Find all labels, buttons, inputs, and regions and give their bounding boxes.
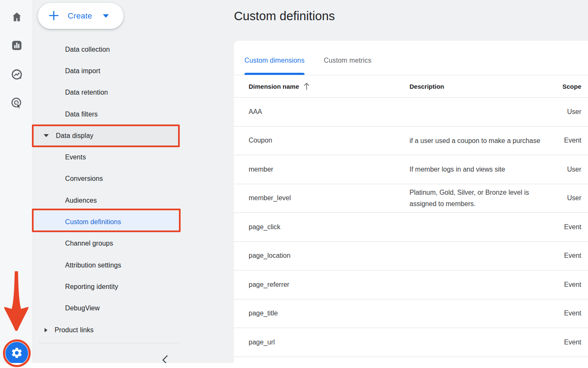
explore-icon[interactable] — [11, 69, 23, 80]
scope-cell: Event — [544, 281, 588, 289]
sidebar-item-label: Channel groups — [65, 240, 113, 247]
chevron-down-icon — [103, 14, 109, 18]
sidebar-item-data-collection[interactable]: Data collection — [34, 39, 180, 60]
chevron-right-icon — [45, 328, 47, 332]
home-icon[interactable] — [11, 11, 23, 23]
dimension-name-cell: page_click — [234, 223, 410, 231]
sidebar-item-label: Data display — [56, 132, 93, 140]
sidebar-item-label: Events — [65, 154, 86, 161]
description-cell: if a user used a coupon to make a purcha… — [410, 135, 544, 146]
sidebar-item-label: Conversions — [65, 175, 103, 183]
scope-cell: Event — [544, 137, 588, 144]
dimension-name-cell: page_location — [234, 252, 410, 259]
table-row[interactable]: page_clickEvent — [234, 213, 588, 242]
scope-cell: Event — [544, 223, 588, 231]
scope-cell: Event — [544, 252, 588, 259]
tab-custom-dimensions[interactable]: Custom dimensions — [244, 41, 304, 75]
tab-label: Custom metrics — [324, 57, 371, 64]
content-card: Custom dimensions Custom metrics Dimensi… — [234, 41, 588, 368]
sidebar-item-data-retention[interactable]: Data retention — [34, 82, 180, 103]
scope-cell: Event — [544, 339, 588, 346]
sidebar-nav: Data collectionData importData retention… — [34, 39, 180, 341]
chevron-down-icon — [44, 134, 49, 137]
sidebar-item-debugview[interactable]: DebugView — [34, 298, 180, 319]
sidebar-item-label: Custom definitions — [65, 218, 121, 226]
sidebar-item-label: Audiences — [65, 197, 97, 204]
column-scope[interactable]: Scope — [544, 83, 588, 90]
sidebar-item-data-display[interactable]: Data display — [34, 125, 180, 146]
sidebar-item-label: Product links — [55, 326, 94, 334]
sidebar-item-audiences[interactable]: Audiences — [34, 190, 180, 211]
table-row[interactable]: AAAUser — [234, 98, 588, 127]
sidebar-divider — [39, 343, 180, 343]
column-dimension-name[interactable]: Dimension name — [249, 83, 299, 90]
active-tab-underline — [244, 73, 304, 75]
plus-icon — [48, 10, 59, 22]
sidebar-item-product-links[interactable]: Product links — [34, 319, 180, 341]
sidebar-item-label: DebugView — [65, 304, 100, 312]
tab-label: Custom dimensions — [244, 57, 304, 64]
sidebar-item-custom-definitions[interactable]: Custom definitions — [34, 211, 180, 233]
table-row[interactable]: page_locationEvent — [234, 242, 588, 271]
settings-gear-icon — [10, 347, 23, 360]
table-header: Dimension name Description Scope — [234, 75, 588, 98]
table-body: AAAUserCouponif a user used a coupon to … — [234, 98, 588, 357]
sidebar-item-label: Data import — [65, 67, 100, 75]
sidebar-item-attribution-settings[interactable]: Attribution settings — [34, 254, 180, 276]
table-row[interactable]: page_titleEvent — [234, 299, 588, 328]
scope-cell: User — [544, 166, 588, 173]
admin-settings-button[interactable] — [5, 342, 28, 365]
scope-cell: Event — [544, 310, 588, 317]
table-row[interactable]: member_levelPlatinum, Gold, Silver, or B… — [234, 184, 588, 213]
sidebar-item-events[interactable]: Events — [34, 146, 180, 168]
dimension-name-cell: member_level — [234, 194, 410, 202]
sidebar-item-data-import[interactable]: Data import — [34, 60, 180, 82]
dimension-name-cell: member — [234, 166, 410, 173]
dimension-name-cell: page_url — [234, 339, 410, 346]
sidebar-item-conversions[interactable]: Conversions — [34, 168, 180, 190]
bottom-strip — [0, 363, 234, 368]
table-row[interactable]: page_referrerEvent — [234, 270, 588, 299]
sidebar-item-label: Data filters — [65, 111, 98, 118]
column-description[interactable]: Description — [410, 83, 544, 90]
dimension-name-cell: Coupon — [234, 137, 410, 144]
description-cell: If member logs in and views site — [410, 164, 544, 175]
scope-cell: User — [544, 194, 588, 202]
dimension-name-cell: page_referrer — [234, 281, 410, 289]
scope-cell: User — [544, 108, 588, 116]
rail-divider — [33, 0, 33, 363]
app-window: Create Data collectionData importData re… — [0, 0, 588, 368]
left-icon-rail — [0, 0, 33, 363]
reports-icon[interactable] — [11, 40, 23, 51]
sidebar-item-data-filters[interactable]: Data filters — [34, 103, 180, 125]
sidebar-item-reporting-identity[interactable]: Reporting identity — [34, 276, 180, 297]
dimension-name-cell: page_title — [234, 310, 410, 317]
create-button-label: Create — [68, 11, 92, 21]
dimension-name-cell: AAA — [234, 108, 410, 116]
advertising-icon[interactable] — [11, 97, 23, 109]
table-row[interactable]: Couponif a user used a coupon to make a … — [234, 127, 588, 156]
sort-ascending-icon[interactable] — [303, 82, 310, 90]
table-row[interactable]: memberIf member logs in and views siteUs… — [234, 155, 588, 184]
table-row[interactable]: page_urlEvent — [234, 328, 588, 357]
description-cell: Platinum, Gold, Silver, or Bronze level … — [410, 187, 544, 209]
sidebar-item-label: Data collection — [65, 46, 110, 53]
sidebar-item-label: Reporting identity — [65, 283, 118, 291]
tab-bar: Custom dimensions Custom metrics — [234, 41, 588, 75]
page-title: Custom definitions — [234, 9, 335, 23]
sidebar-item-channel-groups[interactable]: Channel groups — [34, 233, 180, 254]
create-button[interactable]: Create — [38, 3, 123, 29]
sidebar-item-label: Data retention — [65, 89, 108, 96]
sidebar-item-label: Attribution settings — [65, 262, 121, 269]
tab-custom-metrics[interactable]: Custom metrics — [324, 41, 371, 75]
